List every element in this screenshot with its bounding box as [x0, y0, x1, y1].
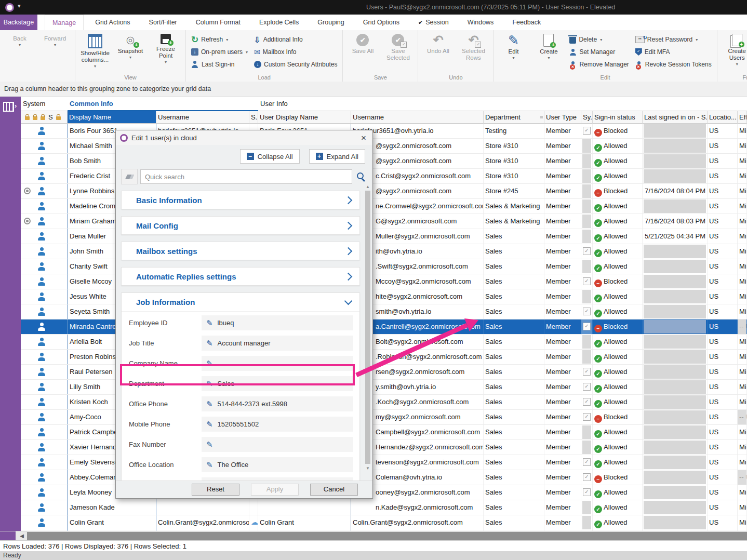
- cell-department[interactable]: Sales: [484, 229, 544, 244]
- cell-sync-check[interactable]: [581, 335, 593, 349]
- cell-department[interactable]: Sales: [484, 500, 544, 515]
- cell-last-signed-in[interactable]: [643, 485, 708, 500]
- column-header-display-name[interactable]: Display Name: [68, 111, 156, 124]
- snapshot-button[interactable]: Snapshot▾: [113, 31, 148, 74]
- cell-last-signed-in[interactable]: [643, 199, 708, 214]
- row-icon-cell[interactable]: [21, 395, 68, 409]
- grouping-zone[interactable]: Drag a column header to this grouping zo…: [0, 82, 747, 97]
- quick-search-input[interactable]: [140, 169, 352, 184]
- cell-user-type[interactable]: Member: [544, 199, 581, 214]
- cell-location[interactable]: US: [708, 365, 738, 379]
- cell-sync-check[interactable]: ✓: [581, 380, 593, 394]
- scroll-up-icon[interactable]: ▲: [365, 184, 371, 190]
- column-header-signin-status[interactable]: Sign-in status: [593, 111, 643, 124]
- cell-sync-check[interactable]: [581, 259, 593, 274]
- cell-sync-check[interactable]: ✓: [581, 124, 593, 138]
- cell-location[interactable]: US: [708, 440, 738, 455]
- cell-effective[interactable]: Mic: [738, 244, 747, 259]
- cell-effective[interactable]: Mic: [738, 425, 747, 439]
- column-header-username[interactable]: Username: [156, 111, 249, 124]
- scroll-down-icon[interactable]: ▼: [365, 466, 371, 471]
- row-icon-cell[interactable]: [21, 485, 68, 500]
- cell-last-signed-in[interactable]: [643, 335, 708, 349]
- cell-signin-status[interactable]: ✓Allowed: [593, 335, 643, 349]
- row-icon-cell[interactable]: [21, 500, 68, 515]
- last-sign-in-button[interactable]: Last Sign-in: [189, 58, 250, 71]
- cell-username2[interactable]: Colin.Grant@sygx2.onmicrosoft.com: [351, 515, 484, 530]
- dialog-close-icon[interactable]: ×: [359, 134, 368, 142]
- search-icon[interactable]: [357, 172, 365, 181]
- row-icon-cell[interactable]: [21, 515, 68, 530]
- row-icon-cell[interactable]: [21, 365, 68, 379]
- cell-sync-check[interactable]: [581, 199, 593, 214]
- section-mailbox-settings[interactable]: Mailbox settings: [121, 242, 360, 260]
- cell-last-signed-in[interactable]: [643, 410, 708, 424]
- cell-user-type[interactable]: Member: [544, 154, 581, 168]
- cell-last-signed-in[interactable]: [643, 470, 708, 485]
- cell-location[interactable]: US: [708, 485, 738, 500]
- cell-effective[interactable]: -- U: [738, 410, 747, 424]
- cell-effective[interactable]: Mic: [738, 515, 747, 530]
- cell-user-type[interactable]: Member: [544, 395, 581, 409]
- cell-user-type[interactable]: Member: [544, 124, 581, 138]
- cell-last-signed-in[interactable]: [643, 259, 708, 274]
- show-hide-columns-button[interactable]: Show/Hide columns...▾: [77, 31, 113, 74]
- cell-user-display-name[interactable]: Colin Grant: [258, 515, 351, 530]
- cell-signin-status[interactable]: ✓Allowed: [593, 289, 643, 304]
- column-header-sy[interactable]: Sy...: [581, 111, 593, 124]
- cell-effective[interactable]: Mic: [738, 274, 747, 289]
- row-icon-cell[interactable]: [21, 184, 68, 198]
- cell-effective[interactable]: Mic: [738, 139, 747, 153]
- cell-user-type[interactable]: Member: [544, 274, 581, 289]
- column-header-user-display-name[interactable]: User Display Name: [258, 111, 351, 124]
- tab-grouping[interactable]: Grouping: [310, 15, 351, 30]
- cell-sync[interactable]: ☁: [249, 515, 258, 530]
- cell-user-type[interactable]: Member: [544, 485, 581, 500]
- cell-display-name[interactable]: Colin Grant: [68, 515, 156, 530]
- cell-effective[interactable]: -- U: [738, 470, 747, 485]
- edit-mfa-button[interactable]: Edit MFA: [633, 46, 714, 58]
- cell-signin-status[interactable]: ✓Allowed: [593, 440, 643, 455]
- cell-department[interactable]: Testing: [484, 124, 544, 138]
- cell-last-signed-in[interactable]: 7/16/2024 08:03 PM: [643, 214, 708, 229]
- cell-sync-check[interactable]: [581, 350, 593, 364]
- additional-info-button[interactable]: Additional Info: [252, 33, 339, 46]
- tab-grid-actions[interactable]: Grid Actions: [88, 15, 137, 30]
- field-input-mobile-phone[interactable]: ✎15205551502: [202, 417, 353, 432]
- column-header-username2[interactable]: Username: [351, 111, 484, 124]
- mailbox-info-button[interactable]: Mailbox Info: [252, 46, 339, 58]
- cell-sync-check[interactable]: [581, 289, 593, 304]
- cell-user-type[interactable]: Member: [544, 365, 581, 379]
- cell-signin-status[interactable]: −Blocked: [593, 184, 643, 198]
- cell-effective[interactable]: Mic: [738, 199, 747, 214]
- cell-department[interactable]: Sales: [484, 259, 544, 274]
- cell-location[interactable]: US: [708, 500, 738, 515]
- cell-last-signed-in[interactable]: 7/16/2024 08:04 PM: [643, 184, 708, 198]
- cell-location[interactable]: US: [708, 289, 738, 304]
- create-users-button[interactable]: Create Users▾: [719, 31, 747, 74]
- row-icon-cell[interactable]: [21, 139, 68, 153]
- sidebar-expand-icon[interactable]: ›: [15, 102, 17, 110]
- cell-location[interactable]: US: [708, 229, 738, 244]
- cell-sync-check[interactable]: [581, 515, 593, 530]
- cell-sync-check[interactable]: [581, 139, 593, 153]
- cell-signin-status[interactable]: −Blocked: [593, 319, 643, 334]
- dialog-scrollbar-thumb[interactable]: [365, 191, 370, 464]
- cell-effective[interactable]: Mic: [738, 335, 747, 349]
- cell-user-type[interactable]: Member: [544, 335, 581, 349]
- cell-effective[interactable]: -- U: [738, 319, 747, 334]
- cell-effective[interactable]: Mic: [738, 229, 747, 244]
- cell-effective[interactable]: Mic: [738, 304, 747, 319]
- cell-sync-check[interactable]: ✓: [581, 365, 593, 379]
- cell-signin-status[interactable]: ✓Allowed: [593, 154, 643, 168]
- cell-department[interactable]: Sales: [484, 410, 544, 424]
- refresh-button[interactable]: Refresh▾: [189, 33, 250, 46]
- cell-location[interactable]: US: [708, 395, 738, 409]
- column-header-effective[interactable]: Effe...: [738, 111, 747, 124]
- field-input-department[interactable]: ✎Sales: [202, 376, 353, 391]
- cell-department[interactable]: Sales: [484, 350, 544, 364]
- cell-sync-check[interactable]: [581, 169, 593, 183]
- row-icon-cell[interactable]: [21, 410, 68, 424]
- row-icon-cell[interactable]: [21, 214, 68, 229]
- cell-signin-status[interactable]: ✓Allowed: [593, 485, 643, 500]
